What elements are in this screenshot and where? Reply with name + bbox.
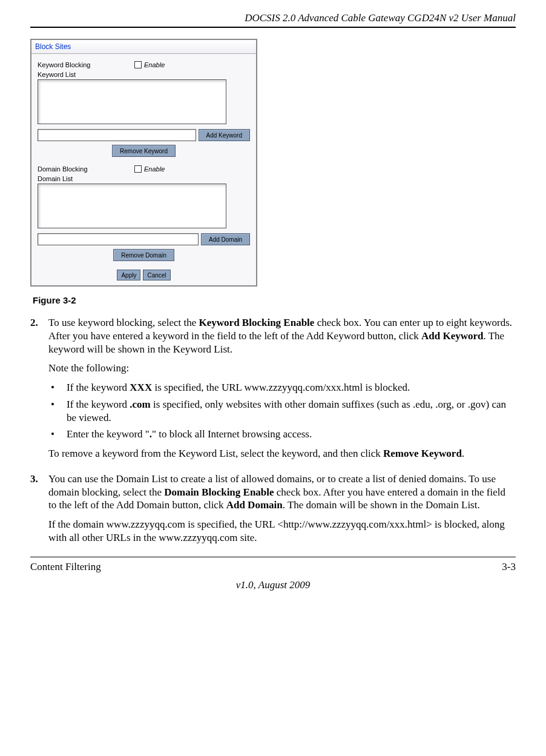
bullet-item: • Enter the keyword "." to block all Int… <box>48 428 516 441</box>
keyword-listbox[interactable] <box>38 79 226 124</box>
remove-keyword-button[interactable]: Remove Keyword <box>112 145 176 157</box>
domain-list-label: Domain List <box>38 175 134 182</box>
domain-input[interactable] <box>38 233 199 245</box>
step-2: 2. To use keyword blocking, select the K… <box>30 316 516 466</box>
bullet-item: • If the keyword XXX is specified, the U… <box>48 381 516 394</box>
domain-blocking-label: Domain Blocking <box>38 165 134 173</box>
footer-row: Content Filtering 3-3 <box>30 561 516 573</box>
step-3-number: 3. <box>30 472 48 551</box>
apply-button[interactable]: Apply <box>117 270 140 280</box>
header-rule <box>30 27 516 28</box>
footer-left: Content Filtering <box>30 561 101 573</box>
bullet-marker: • <box>48 381 67 394</box>
step-3: 3. You can use the Domain List to create… <box>30 472 516 551</box>
step-2-note: Note the following: <box>48 362 516 375</box>
add-keyword-button[interactable]: Add Keyword <box>199 129 250 141</box>
keyword-list-label: Keyword List <box>38 71 134 78</box>
step-3-para-2: If the domain www.zzzyyqq.com is specifi… <box>48 518 516 545</box>
step-3-para-1: You can use the Domain List to create a … <box>48 472 516 512</box>
keyword-enable-checkbox[interactable] <box>134 61 142 68</box>
block-sites-panel: Block Sites Keyword Blocking Enable Keyw… <box>30 39 257 287</box>
footer-right: 3-3 <box>502 561 516 573</box>
bullet-marker: • <box>48 428 67 441</box>
remove-domain-button[interactable]: Remove Domain <box>113 249 174 261</box>
panel-title: Block Sites <box>35 42 71 51</box>
step-2-number: 2. <box>30 316 48 466</box>
cancel-button[interactable]: Cancel <box>143 270 170 280</box>
domain-enable-label: Enable <box>144 165 165 173</box>
panel-title-bar: Block Sites <box>31 40 256 54</box>
figure-caption: Figure 3-2 <box>33 295 516 305</box>
footer-rule <box>30 557 516 557</box>
keyword-input[interactable] <box>38 129 196 141</box>
bullet-marker: • <box>48 398 67 425</box>
bullet-item: • If the keyword .com is specified, only… <box>48 398 516 425</box>
keyword-blocking-label: Keyword Blocking <box>38 61 134 68</box>
step-2-para-2: To remove a keyword from the Keyword Lis… <box>48 447 516 460</box>
running-header: DOCSIS 2.0 Advanced Cable Gateway CGD24N… <box>30 12 516 24</box>
domain-listbox[interactable] <box>38 184 226 228</box>
domain-enable-checkbox[interactable] <box>134 165 142 173</box>
keyword-enable-label: Enable <box>144 61 165 68</box>
add-domain-button[interactable]: Add Domain <box>201 233 250 245</box>
step-2-para-1: To use keyword blocking, select the Keyw… <box>48 316 516 356</box>
footer-center: v1.0, August 2009 <box>30 579 516 591</box>
